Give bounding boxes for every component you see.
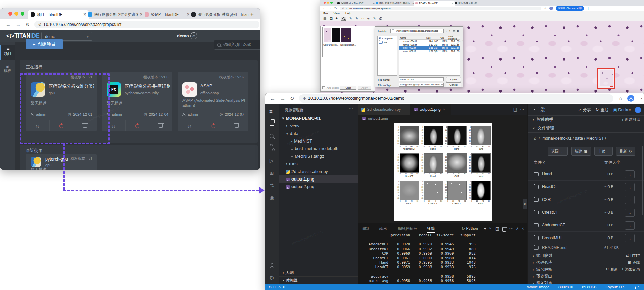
breadcrumb[interactable]: output1.png bbox=[358, 115, 527, 122]
download-button[interactable]: ↓ bbox=[625, 221, 635, 230]
section-code-repo[interactable]: ›代码仓库 ▣克隆 bbox=[528, 259, 644, 266]
measure-tool-icon[interactable]: ∅ bbox=[379, 17, 382, 20]
folder-row-abdomenct[interactable]: AbdomenCT ~ 0 B ↓ bbox=[528, 219, 644, 232]
run-debug-icon[interactable]: ▷ bbox=[270, 158, 274, 163]
file-row[interactable]: tumor_058.tif 1.27 GiB tif File 12/2...5… bbox=[399, 50, 460, 53]
panel-tab-output[interactable]: 输出 bbox=[379, 226, 387, 231]
col-size[interactable]: Size bbox=[426, 37, 439, 39]
browser-tab-vscode[interactable]: 医疗影像分析-2维分类训练 - Ti × bbox=[85, 10, 146, 19]
site-info-icon[interactable]: ⊙ bbox=[342, 7, 344, 10]
thumbnail-dark[interactable] bbox=[332, 28, 340, 42]
tree-item-data[interactable]: ∨data bbox=[279, 130, 365, 137]
macos-minimize-button[interactable] bbox=[14, 12, 18, 16]
share-button[interactable]: ↗分享 bbox=[578, 107, 591, 113]
tree-item-script[interactable]: 2d-classification.py bbox=[279, 168, 365, 175]
http-badge[interactable]: ⇄HTTP bbox=[626, 253, 640, 258]
folder-row-headct[interactable]: HeadCT ~ 0 B ↓ bbox=[528, 181, 644, 193]
panel-tab-problems[interactable]: 问题 bbox=[362, 226, 370, 231]
dialog-view-mode-icon[interactable]: ≣ bbox=[457, 29, 459, 32]
browser-tab-edit-project[interactable]: 编辑项目 - TitanIDE × bbox=[336, 1, 376, 6]
browser-tab-asap[interactable]: ASAP - TitanIDE × bbox=[414, 1, 455, 6]
terminal-shell-selector[interactable]: ▷ Python bbox=[462, 226, 478, 231]
file-row-selected[interactable]: tumor_002.tif 1.56 GiB tif File 12/2...5… bbox=[399, 46, 460, 50]
folder-row-chestct[interactable]: ChestCT ~ 0 B ↓ bbox=[528, 206, 644, 219]
assistant-section[interactable]: ›智能助手 +新建对话 bbox=[528, 115, 644, 124]
editor-tab-script[interactable]: 2d-classification.py bbox=[358, 104, 410, 115]
file-name-input[interactable]: tumor_002.tif bbox=[399, 77, 444, 81]
extensions-icon[interactable]: ⊞ bbox=[270, 170, 274, 176]
terminal-dropdown-icon[interactable]: ∨ bbox=[489, 226, 492, 230]
browser-tab-projects[interactable]: 项目 - TitanIDE × bbox=[28, 10, 89, 19]
new-chat-button[interactable]: +新建对话 bbox=[622, 117, 640, 122]
dialog-back-icon[interactable]: ← bbox=[445, 29, 448, 32]
panel-more-icon[interactable]: ⋯ bbox=[509, 226, 513, 231]
auto-update-checkbox[interactable] bbox=[322, 86, 325, 89]
address-bar[interactable]: ⊙ 10.10.10.67/ide/web/coding/monai-demo-… bbox=[299, 94, 614, 103]
back-icon[interactable]: ← bbox=[270, 96, 275, 102]
chrome-update-pill[interactable]: 有新版 Chrome 可用 bbox=[556, 6, 584, 11]
polygon-tool-icon[interactable]: ▱ bbox=[361, 17, 364, 20]
file-row[interactable]: normal_004.tif 944...MiB tif File 12/2..… bbox=[399, 40, 460, 43]
panel-collapse-handle[interactable]: » bbox=[523, 199, 527, 209]
site-info-icon[interactable]: ⊙ bbox=[38, 22, 41, 27]
dns-refresh-button[interactable]: ↻刷新 bbox=[606, 267, 618, 272]
project-card-asap[interactable]: 模板版本：v2.2 ASAP office-asap ASAP (Automat… bbox=[178, 72, 248, 131]
macos-close-button[interactable] bbox=[8, 12, 12, 16]
macos-zoom-button[interactable] bbox=[21, 12, 24, 16]
split-terminal-icon[interactable]: ◫ bbox=[495, 226, 499, 231]
runner-icon[interactable]: ◉ bbox=[270, 195, 274, 201]
file-manager-breadcrumb[interactable]: ⌂/monai-demo-01 / data / MedNIST / bbox=[528, 133, 644, 144]
file-manager-section[interactable]: ∨文件管理 bbox=[528, 124, 644, 133]
maximize-panel-icon[interactable]: ∧ bbox=[516, 226, 519, 231]
source-control-icon[interactable] bbox=[271, 145, 271, 152]
download-button[interactable]: ↓ bbox=[625, 196, 635, 204]
tree-item-venv[interactable]: ›.venv bbox=[279, 122, 365, 130]
forward-icon[interactable]: → bbox=[16, 21, 21, 27]
file-row[interactable]: normal_008.tif 1.12 GiB tif File 12/2...… bbox=[399, 43, 460, 47]
go-back-button[interactable]: 返回← bbox=[548, 147, 568, 156]
new-folder-button[interactable]: 新建▣ bbox=[571, 147, 591, 156]
search-icon[interactable] bbox=[270, 133, 274, 139]
tree-item-runs[interactable]: ›runs bbox=[279, 160, 365, 168]
testing-flask-icon[interactable]: ⚗ bbox=[270, 183, 274, 188]
file-list-header[interactable]: Name Size Type Date Modified bbox=[399, 36, 460, 40]
address-bar[interactable]: ⊙ 10.10.10.67/ide/web/workspace/project/… bbox=[34, 21, 259, 28]
menu-file[interactable]: File bbox=[323, 12, 328, 15]
timeline-section[interactable]: ›时间线 bbox=[279, 276, 361, 284]
section-port-mapping[interactable]: ›端口映射 ⇄HTTP bbox=[528, 252, 644, 259]
panel-tab-terminal[interactable]: 终端 bbox=[427, 226, 435, 233]
sidebar-item-templates[interactable]: ▣ 模板 bbox=[0, 62, 15, 77]
place-computer[interactable]: ▣Computer bbox=[378, 36, 397, 40]
dialog-up-icon[interactable]: ↑ bbox=[449, 29, 450, 32]
macos-zoom-button[interactable] bbox=[330, 2, 333, 4]
problems-status[interactable]: ⊘0⚠0 bbox=[269, 285, 285, 289]
open-file-icon[interactable]: ▤ bbox=[323, 17, 326, 20]
menu-dots-icon[interactable]: ⋮ bbox=[587, 7, 590, 10]
back-icon[interactable]: ← bbox=[6, 21, 11, 27]
new-tab-button[interactable]: + bbox=[250, 11, 254, 17]
docker-button[interactable]: ▣Docker bbox=[613, 107, 631, 112]
place-ide[interactable]: ide bbox=[378, 40, 397, 45]
keyboard-layout-status[interactable]: Layout: U.S. bbox=[605, 285, 626, 289]
cancel-button[interactable]: Cancel bbox=[446, 82, 461, 87]
delete-button[interactable] bbox=[225, 120, 248, 131]
col-name[interactable]: Name bbox=[399, 37, 426, 39]
upload-button[interactable]: 上传↑ bbox=[594, 147, 613, 156]
download-button[interactable]: ↓ bbox=[625, 170, 635, 178]
spline-tool-icon[interactable]: ∿ bbox=[367, 17, 370, 20]
outline-section[interactable]: ›大纲 bbox=[279, 269, 361, 277]
reload-icon[interactable]: ↻ bbox=[26, 22, 30, 27]
tree-item-targz[interactable]: ≡MedNIST.tar.gz bbox=[279, 153, 370, 160]
power-button[interactable] bbox=[126, 120, 149, 131]
col-type[interactable]: Type bbox=[439, 37, 448, 39]
apply-button[interactable]: Apply bbox=[358, 86, 371, 90]
resource-gauge-icon[interactable]: ◔ bbox=[533, 107, 535, 113]
sidebar-item-projects[interactable]: ≣ 项目 bbox=[0, 45, 15, 60]
open-button[interactable]: Open bbox=[446, 77, 461, 82]
settings-gear-icon[interactable]: ⚙ bbox=[269, 275, 274, 281]
folder-row-breastmri[interactable]: BreastMRI ~ 0 B ↓ bbox=[528, 232, 644, 244]
annotation-pen-icon[interactable]: ✎ bbox=[349, 17, 352, 20]
forward-icon[interactable]: → bbox=[280, 96, 285, 102]
restart-button[interactable]: ↻重启 bbox=[596, 107, 608, 113]
project-search-input[interactable]: 请输入项目名称 bbox=[214, 40, 260, 50]
